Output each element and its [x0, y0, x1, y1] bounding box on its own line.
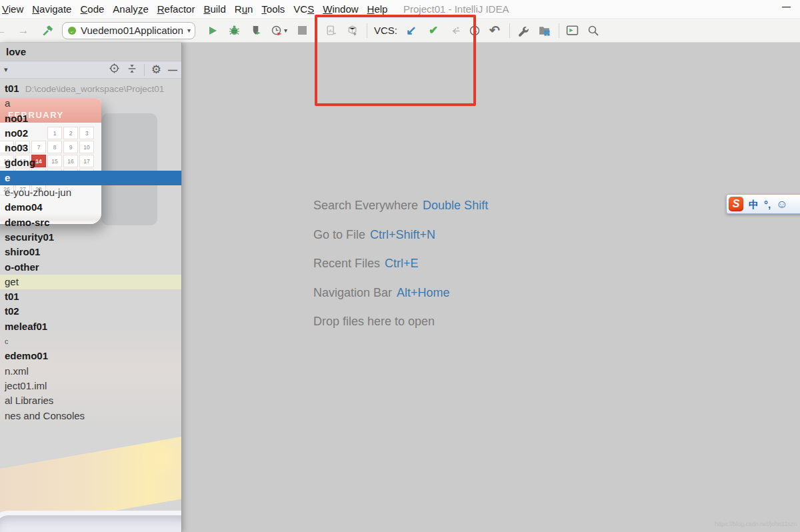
main-toolbar: ← → Vuedemo01Application ▾ ▾: [0, 19, 800, 43]
hint-shortcut: Ctrl+Shift+N: [370, 228, 435, 242]
tree-item[interactable]: al Libraries: [0, 393, 181, 408]
project-toolbar: ▾ ⚙ —: [0, 61, 181, 79]
vcs-history-clock-icon[interactable]: [468, 24, 481, 37]
sogou-logo-icon[interactable]: S: [729, 197, 743, 211]
tree-item[interactable]: no02: [0, 126, 181, 141]
hint-shortcut: Ctrl+E: [385, 257, 419, 271]
debug-bug-icon[interactable]: [227, 24, 241, 37]
hint-label: Navigation Bar: [313, 286, 392, 300]
tree-item-project-root[interactable]: t01D:\code\idea_workspace\Project01: [0, 81, 181, 96]
editor-area: Search Everywhere Double Shift Go to Fil…: [182, 43, 800, 532]
view-selector-caret-icon[interactable]: ▾: [4, 65, 8, 74]
settings-wrench-icon[interactable]: [516, 24, 529, 37]
tree-item[interactable]: edemo01: [0, 349, 181, 363]
tree-item[interactable]: demo04: [0, 200, 181, 215]
tree-item[interactable]: gdong: [0, 155, 181, 170]
build-hammer-icon[interactable]: [41, 24, 54, 37]
menu-run[interactable]: Run: [235, 3, 253, 15]
ime-punctuation-toggle[interactable]: °,: [764, 199, 771, 209]
hint-shortcut: Double Shift: [423, 199, 488, 213]
attach-profiler-icon: [324, 24, 337, 37]
tree-item[interactable]: no03: [0, 141, 181, 155]
tree-item[interactable]: t01: [0, 289, 181, 304]
tree-item[interactable]: c: [0, 334, 181, 349]
tree-item-selected[interactable]: e: [0, 171, 181, 185]
hint-label: Search Everywhere: [313, 199, 418, 213]
menu-tools[interactable]: Tools: [261, 3, 285, 15]
hint-navigation-bar: Navigation Bar Alt+Home: [313, 286, 488, 315]
spring-boot-icon: [67, 26, 77, 35]
menu-build[interactable]: Build: [203, 3, 225, 15]
tree-item[interactable]: demo-src: [0, 215, 181, 230]
forward-icon[interactable]: →: [17, 24, 30, 37]
hint-go-to-file: Go to File Ctrl+Shift+N: [313, 228, 488, 257]
tree-item[interactable]: ject01.iml: [0, 379, 181, 393]
menu-view[interactable]: View: [2, 3, 23, 15]
ime-language-toggle[interactable]: 中: [749, 199, 759, 209]
hint-drop-files: Drop files here to open: [313, 315, 488, 344]
minimize-button[interactable]: —: [782, 1, 791, 11]
back-icon[interactable]: ←: [0, 24, 7, 37]
tree-item[interactable]: n.xml: [0, 364, 181, 379]
collapse-all-icon[interactable]: [127, 63, 137, 77]
package-download-icon: [345, 24, 359, 37]
vcs-update-icon[interactable]: ↙: [405, 24, 418, 37]
menu-analyze[interactable]: Analyze: [113, 3, 148, 15]
hint-search-everywhere: Search Everywhere Double Shift: [313, 199, 488, 228]
vcs-toolbar-label: VCS:: [374, 25, 397, 36]
menu-refactor[interactable]: Refactor: [157, 3, 195, 15]
window-title: Project01 - IntelliJ IDEA: [403, 3, 509, 15]
project-root-path: D:\code\idea_workspace\Project01: [25, 84, 165, 94]
vcs-commit-icon[interactable]: ✔: [427, 24, 440, 37]
workspace: love ▾ ⚙ —: [0, 43, 800, 532]
tree-item[interactable]: shiro01: [0, 245, 181, 259]
tree-item[interactable]: security01: [0, 230, 181, 245]
project-tab-label[interactable]: love: [0, 43, 181, 61]
hide-tool-window-icon[interactable]: —: [168, 65, 177, 75]
hint-shortcut: Alt+Home: [397, 286, 450, 300]
tree-item[interactable]: meleaf01: [0, 319, 181, 334]
tree-item[interactable]: t02: [0, 304, 181, 319]
menu-bar: View Navigate Code Analyze Refactor Buil…: [0, 0, 800, 19]
vcs-merge-icon: [448, 24, 461, 37]
idea-window: View Navigate Code Analyze Refactor Buil…: [0, 0, 800, 532]
tree-item[interactable]: a: [0, 96, 181, 111]
profiler-icon[interactable]: [270, 24, 283, 37]
wallpaper-desk-body: [0, 511, 182, 532]
tree-item[interactable]: o-other: [0, 260, 181, 275]
shortcut-hints: Search Everywhere Double Shift Go to Fil…: [313, 199, 488, 344]
project-tree: FEBRUARY 1234567891011121314151617181920…: [0, 79, 181, 532]
run-coverage-icon[interactable]: [249, 24, 262, 37]
menu-vcs[interactable]: VCS: [293, 3, 314, 15]
hint-label: Go to File: [313, 228, 365, 242]
run-anything-icon[interactable]: [565, 24, 579, 37]
sogou-ime-bar: S 中 °, ☺: [726, 194, 800, 214]
menu-navigate[interactable]: Navigate: [32, 3, 71, 15]
csdn-watermark: https://blog.csdn.net/john11szn: [715, 521, 797, 527]
run-icon[interactable]: [206, 24, 219, 37]
gear-icon[interactable]: ⚙: [151, 64, 161, 75]
run-config-combo[interactable]: Vuedemo01Application ▾: [62, 22, 195, 39]
menu-items: View Navigate Code Analyze Refactor Buil…: [0, 3, 387, 15]
tree-item[interactable]: nes and Consoles: [0, 409, 181, 423]
hint-label: Drop files here to open: [313, 315, 435, 329]
ime-emoji-icon[interactable]: ☺: [776, 199, 787, 210]
tree-item[interactable]: no01: [0, 111, 181, 126]
tree-item-excluded[interactable]: get: [0, 275, 181, 289]
menu-window[interactable]: Window: [323, 3, 358, 15]
run-config-label: Vuedemo01Application: [81, 25, 185, 36]
menu-code[interactable]: Code: [80, 3, 104, 15]
project-tool-window: love ▾ ⚙ —: [0, 43, 182, 532]
hint-label: Recent Files: [313, 257, 380, 271]
profiler-caret-icon[interactable]: ▾: [284, 27, 287, 34]
tree-item-label: t01: [5, 83, 19, 94]
hint-recent-files: Recent Files Ctrl+E: [313, 257, 488, 286]
search-everywhere-icon[interactable]: [587, 24, 600, 37]
stop-icon: [295, 24, 309, 37]
tree-item[interactable]: e-you-zhou-jun: [0, 185, 181, 200]
locate-file-icon[interactable]: [109, 63, 120, 77]
chevron-down-icon: ▾: [187, 27, 191, 34]
menu-help[interactable]: Help: [367, 3, 388, 15]
project-structure-icon[interactable]: [537, 24, 551, 37]
vcs-revert-icon[interactable]: ↶: [488, 24, 501, 37]
